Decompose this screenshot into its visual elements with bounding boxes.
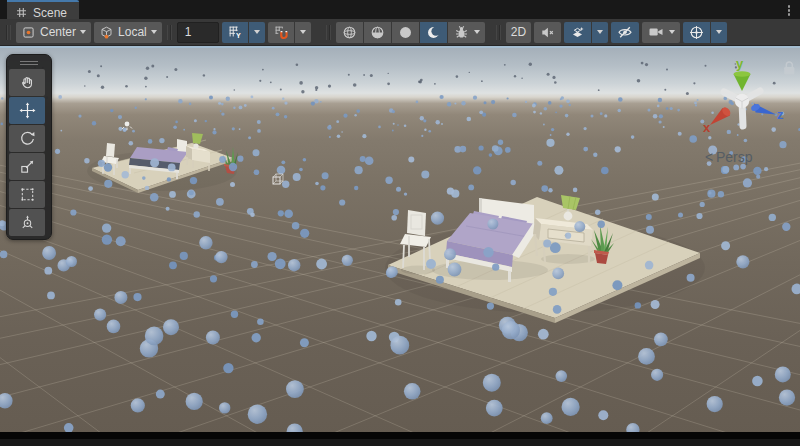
moon-icon xyxy=(425,24,442,41)
projection-label: Persp xyxy=(716,149,753,165)
toolbar-drag-handle[interactable] xyxy=(326,25,331,40)
grid-y-icon: Y xyxy=(227,24,243,40)
tab-scene-label: Scene xyxy=(33,6,67,20)
toolbar-drag-handle[interactable] xyxy=(496,25,501,40)
axis-y-label: y xyxy=(736,56,744,71)
tab-scene[interactable]: Scene xyxy=(7,0,79,21)
camera-dropdown[interactable] xyxy=(642,22,680,43)
chevron-down-icon xyxy=(597,30,603,34)
orientation-label: Local xyxy=(118,25,147,39)
gizmo-sphere-icon xyxy=(688,24,705,41)
shading-shaded-wireframe-button[interactable] xyxy=(364,22,391,43)
debug-dropdown[interactable] xyxy=(448,22,485,43)
scene-render: y x z < Persp xyxy=(0,46,800,439)
scale-tool[interactable] xyxy=(9,153,45,180)
lock-icon[interactable] xyxy=(784,62,794,75)
hand-icon xyxy=(19,74,36,91)
scale-icon xyxy=(19,158,36,175)
camera-icon xyxy=(647,23,665,41)
shading-shaded-button[interactable] xyxy=(392,22,419,43)
view-hand-tool[interactable] xyxy=(9,69,45,96)
chevron-down-icon xyxy=(669,30,675,34)
grid-size-input[interactable] xyxy=(177,22,219,43)
grid-visibility-toggle[interactable]: Y xyxy=(222,22,248,43)
particles-sky xyxy=(7,62,775,95)
toolbar-drag-handle[interactable] xyxy=(6,25,11,40)
particles-far xyxy=(1,95,800,139)
sphere-solid-icon xyxy=(397,24,414,41)
rotate-icon xyxy=(19,130,36,147)
chevron-down-icon xyxy=(151,30,157,34)
scene-lighting-toggle[interactable] xyxy=(420,22,447,43)
move-icon xyxy=(19,102,36,119)
projection-arrow: < xyxy=(705,149,713,165)
eye-hidden-icon xyxy=(616,23,634,41)
scene-viewport[interactable]: y x z < Persp xyxy=(0,46,800,439)
chevron-down-icon xyxy=(716,30,722,34)
scene-visibility-toggle[interactable] xyxy=(611,22,639,43)
particle-gizmo[interactable] xyxy=(273,174,283,184)
pivot-label: Center xyxy=(40,25,76,39)
scene-toolbar: Center Local Y xyxy=(0,19,800,46)
pivot-dropdown[interactable]: Center xyxy=(16,22,91,43)
transform-icon xyxy=(19,214,36,231)
rect-tool[interactable] xyxy=(9,181,45,208)
2d-mode-label: 2D xyxy=(511,25,526,39)
tools-drag-handle[interactable] xyxy=(9,57,49,68)
audio-muted-icon xyxy=(539,24,556,41)
axis-x-label: x xyxy=(703,120,711,135)
scene-window: Scene Center Local xyxy=(0,0,800,446)
projection-toggle[interactable]: < Persp xyxy=(705,149,753,165)
kebab-menu-icon[interactable] xyxy=(786,3,793,18)
tab-bar: Scene xyxy=(0,0,800,19)
window-bottom-edge xyxy=(0,432,800,439)
effects-dropdown[interactable] xyxy=(592,22,608,43)
tools-overlay xyxy=(6,54,52,240)
view-orientation-gizmo[interactable]: y x z xyxy=(703,56,784,135)
rotate-tool[interactable] xyxy=(9,125,45,152)
snap-dropdown[interactable] xyxy=(295,22,311,43)
axis-z-cone[interactable] xyxy=(750,103,776,115)
sphere-wireframe-icon xyxy=(341,24,358,41)
svg-text:Y: Y xyxy=(236,32,241,40)
gizmos-dropdown[interactable] xyxy=(711,22,727,43)
axis-z-label: z xyxy=(777,107,784,122)
local-cube-icon xyxy=(99,25,114,40)
chevron-down-icon xyxy=(254,30,260,34)
snap-magnet-icon xyxy=(273,24,289,40)
effects-toggle[interactable] xyxy=(564,22,591,43)
chevron-down-icon xyxy=(80,30,86,34)
axis-y-cone[interactable] xyxy=(734,71,751,91)
grid-icon xyxy=(16,7,27,18)
sphere-half-icon xyxy=(369,24,386,41)
gizmos-toggle[interactable] xyxy=(683,22,710,43)
audio-toggle[interactable] xyxy=(534,22,561,43)
grid-visibility-dropdown[interactable] xyxy=(249,22,265,43)
axis-x-cone[interactable] xyxy=(710,106,732,125)
orientation-dropdown[interactable]: Local xyxy=(94,22,162,43)
2d-mode-toggle[interactable]: 2D xyxy=(506,22,531,43)
pivot-center-icon xyxy=(21,25,36,40)
snap-toggle[interactable] xyxy=(268,22,294,43)
rect-icon xyxy=(19,186,36,203)
chevron-down-icon xyxy=(474,30,480,34)
shading-wireframe-button[interactable] xyxy=(336,22,363,43)
move-tool[interactable] xyxy=(9,97,45,124)
particles-foreground xyxy=(0,317,795,439)
bug-icon xyxy=(453,24,470,41)
effects-icon xyxy=(569,24,586,41)
chevron-down-icon xyxy=(300,30,306,34)
toolbar-drag-handle[interactable] xyxy=(167,25,172,40)
transform-tool[interactable] xyxy=(9,209,45,236)
